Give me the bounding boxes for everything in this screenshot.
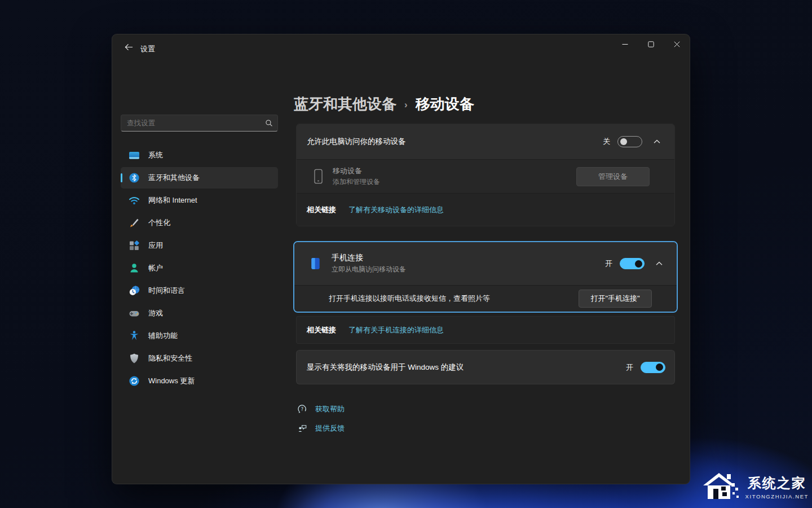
personalization-icon [128, 217, 140, 229]
related-links-label: 相关链接 [307, 325, 336, 335]
sidebar-item-time-language[interactable]: 时间和语言 [121, 280, 278, 301]
back-arrow-icon [125, 43, 133, 53]
sidebar-item-label: 系统 [148, 150, 163, 160]
get-help-icon: ? [296, 404, 308, 414]
back-button[interactable] [119, 40, 138, 56]
mobile-devices-subtitle: 添加和管理设备 [333, 177, 380, 187]
sidebar-item-label: 隐私和安全性 [148, 353, 192, 364]
phone-link-learn-more-link[interactable]: 了解有关手机连接的详细信息 [348, 325, 444, 335]
feedback-link[interactable]: 提供反馈 [296, 421, 345, 436]
network-icon [128, 195, 140, 207]
sidebar-item-network[interactable]: 网络和 Internet [121, 190, 278, 211]
watermark-title: 系统之家 [748, 474, 806, 492]
chevron-up-icon[interactable] [650, 139, 664, 144]
sidebar-item-system[interactable]: 系统 [121, 144, 278, 166]
search-box[interactable] [121, 115, 278, 132]
bluetooth-icon [128, 172, 140, 184]
phone-link-icon [308, 257, 323, 270]
sidebar-item-label: 辅助功能 [148, 331, 178, 341]
sidebar-item-accounts[interactable]: 帐户 [121, 257, 278, 279]
close-button[interactable] [664, 34, 690, 54]
windows-update-icon [128, 375, 140, 387]
breadcrumb: 蓝牙和其他设备 › 移动设备 [294, 94, 474, 114]
page-title: 移动设备 [416, 94, 474, 114]
phone-link-toggle[interactable] [620, 258, 645, 269]
chevron-up-icon[interactable] [652, 261, 667, 266]
sidebar-item-label: 蓝牙和其他设备 [148, 173, 200, 183]
phone-link-action-text: 打开手机连接以接听电话或接收短信，查看照片等 [329, 294, 490, 304]
toggle-state-label: 开 [605, 259, 612, 269]
svg-text:?: ? [301, 406, 303, 412]
sidebar-item-label: 网络和 Internet [148, 195, 197, 205]
get-help-link[interactable]: ? 获取帮助 [296, 402, 345, 417]
related-links-row-1: 相关链接 了解有关移动设备的详细信息 [297, 193, 674, 226]
sidebar-item-gaming[interactable]: 游戏 [121, 303, 278, 324]
maximize-icon [648, 40, 654, 50]
feedback-icon [296, 423, 308, 433]
sidebar-item-label: 时间和语言 [148, 286, 185, 296]
phone-link-title: 手机连接 [332, 253, 406, 263]
watermark: 系统之家 XITONGZHIJIA.NET [700, 470, 809, 503]
search-icon[interactable] [261, 119, 277, 127]
sidebar-item-personalization[interactable]: 个性化 [121, 212, 278, 234]
maximize-button[interactable] [638, 34, 664, 54]
related-links-row-2: 相关链接 了解有关手机连接的详细信息 [296, 316, 675, 344]
sidebar-item-label: 个性化 [148, 218, 170, 228]
allow-access-header[interactable]: 允许此电脑访问你的移动设备 关 [297, 124, 674, 159]
suggestions-toggle[interactable] [641, 362, 665, 373]
footer-links: ? 获取帮助 提供反馈 [296, 402, 345, 436]
privacy-shield-icon [128, 353, 140, 365]
search-input[interactable] [121, 119, 261, 127]
sidebar-item-accessibility[interactable]: 辅助功能 [121, 325, 278, 347]
breadcrumb-parent[interactable]: 蓝牙和其他设备 [294, 94, 396, 114]
sidebar-item-label: 游戏 [148, 308, 163, 318]
suggestions-label: 显示有关将我的移动设备用于 Windows 的建议 [307, 362, 464, 373]
suggestions-card: 显示有关将我的移动设备用于 Windows 的建议 开 [296, 350, 675, 384]
breadcrumb-separator-icon: › [404, 99, 408, 111]
watermark-house-logo-icon [700, 470, 742, 503]
open-phone-link-button[interactable]: 打开"手机连接" [579, 290, 652, 308]
phone-link-subtitle: 立即从电脑访问移动设备 [332, 265, 406, 274]
feedback-label: 提供反馈 [315, 423, 345, 433]
app-title: 设置 [140, 44, 155, 54]
allow-access-toggle[interactable] [617, 136, 642, 147]
close-icon [674, 40, 680, 50]
toggle-state-label: 开 [626, 362, 633, 373]
titlebar: 设置 [112, 34, 690, 62]
allow-access-card: 允许此电脑访问你的移动设备 关 移动设备 添加和管理设备 [296, 124, 675, 226]
mobile-device-icon [312, 169, 324, 184]
toggle-state-label: 关 [603, 137, 610, 147]
time-language-icon [128, 285, 140, 297]
get-help-label: 获取帮助 [315, 404, 345, 414]
gaming-icon [128, 308, 140, 319]
apps-icon [128, 240, 140, 252]
sidebar-item-label: 帐户 [148, 263, 163, 273]
mobile-devices-row: 移动设备 添加和管理设备 管理设备 [297, 159, 674, 193]
accounts-icon [128, 262, 140, 274]
sidebar-item-label: 应用 [148, 240, 163, 251]
minimize-icon [622, 40, 628, 50]
accessibility-icon [128, 330, 140, 342]
sidebar: 系统 蓝牙和其他设备 网络和 Internet 个性化 [112, 62, 287, 484]
related-links-label: 相关链接 [307, 205, 336, 215]
mobile-devices-learn-more-link[interactable]: 了解有关移动设备的详细信息 [348, 205, 444, 215]
system-icon [128, 150, 140, 161]
main-content: 蓝牙和其他设备 › 移动设备 允许此电脑访问你的移动设备 关 [296, 62, 675, 484]
settings-window: 设置 系统 [112, 34, 690, 484]
allow-access-label: 允许此电脑访问你的移动设备 [307, 137, 406, 147]
sidebar-item-apps[interactable]: 应用 [121, 235, 278, 256]
phone-link-card-highlighted: 手机连接 立即从电脑访问移动设备 开 打开手机连接以接听电话或接收短信，查看照片… [293, 241, 678, 313]
minimize-button[interactable] [612, 34, 638, 54]
sidebar-item-bluetooth-devices[interactable]: 蓝牙和其他设备 [121, 167, 278, 189]
sidebar-nav: 系统 蓝牙和其他设备 网络和 Internet 个性化 [121, 144, 278, 393]
phone-link-header[interactable]: 手机连接 立即从电脑访问移动设备 开 [294, 242, 677, 285]
manage-devices-button[interactable]: 管理设备 [576, 167, 650, 186]
mobile-devices-title: 移动设备 [333, 166, 380, 176]
sidebar-item-privacy-security[interactable]: 隐私和安全性 [121, 348, 278, 369]
watermark-subtitle: XITONGZHIJIA.NET [745, 493, 809, 500]
sidebar-item-label: Windows 更新 [148, 376, 195, 386]
sidebar-item-windows-update[interactable]: Windows 更新 [121, 370, 278, 392]
phone-link-action-row: 打开手机连接以接听电话或接收短信，查看照片等 打开"手机连接" [294, 285, 677, 312]
